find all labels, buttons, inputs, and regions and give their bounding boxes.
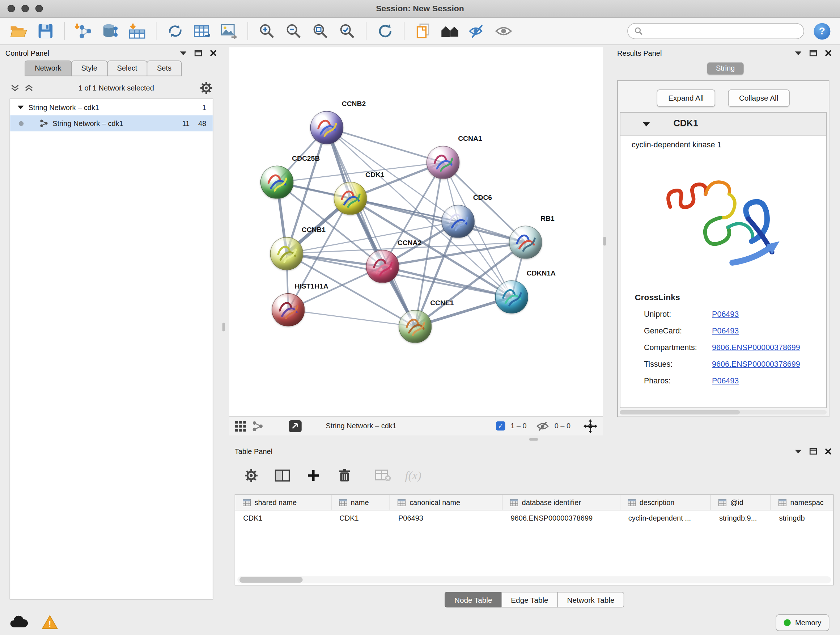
refresh-view-icon[interactable] — [373, 20, 398, 42]
table-horizontal-scrollbar[interactable] — [237, 576, 831, 583]
open-session-icon[interactable] — [6, 20, 31, 42]
fit-content-crosshair-icon[interactable] — [584, 419, 598, 433]
float-panel-icon[interactable] — [195, 50, 202, 57]
network-node-CCNA2[interactable] — [366, 250, 399, 283]
expand-all-button[interactable]: Expand All — [657, 89, 715, 106]
network-node-CDKN1A[interactable] — [495, 280, 528, 314]
collapse-all-button[interactable]: Collapse All — [728, 89, 790, 106]
hidden-eye-slash-icon[interactable] — [536, 421, 549, 431]
show-column-icon[interactable] — [273, 466, 291, 485]
table-options-gear-icon[interactable] — [242, 466, 260, 485]
close-panel-icon[interactable] — [825, 448, 832, 455]
panel-menu-caret-icon[interactable] — [180, 51, 187, 55]
new-table-icon[interactable] — [189, 20, 214, 42]
results-horizontal-scrollbar[interactable] — [620, 410, 827, 415]
column-header-description[interactable]: description — [620, 495, 711, 510]
column-header-database-identifier[interactable]: database identifier — [502, 495, 620, 510]
zoom-window-icon[interactable] — [35, 5, 43, 12]
protein-entry-header[interactable]: CDK1 — [621, 112, 826, 136]
export-image-icon[interactable] — [216, 20, 241, 42]
tab-select[interactable]: Select — [107, 60, 147, 76]
cell-description[interactable]: cyclin-dependent ... — [620, 510, 711, 525]
cell-id[interactable]: stringdb:9... — [711, 510, 771, 525]
zoom-out-icon[interactable] — [281, 20, 306, 42]
cell-namespace[interactable]: stringdb — [771, 510, 833, 525]
new-network-icon[interactable] — [163, 20, 187, 42]
tab-node-table[interactable]: Node Table — [445, 592, 502, 608]
genecard-link[interactable]: P06493 — [712, 326, 739, 335]
minimize-window-icon[interactable] — [21, 5, 29, 12]
zoom-fit-icon[interactable] — [308, 20, 333, 42]
warning-icon[interactable]: ! — [42, 615, 58, 632]
network-row-selected[interactable]: String Network – cdk1 11 48 — [10, 115, 213, 131]
vertical-splitter-grip[interactable] — [603, 237, 606, 246]
tab-sets[interactable]: Sets — [147, 60, 182, 76]
tab-style[interactable]: Style — [71, 60, 107, 76]
compartments-link[interactable]: 9606.ENSP00000378699 — [712, 343, 800, 352]
collapse-all-chevron-icon[interactable] — [11, 84, 19, 92]
cell-name[interactable]: CDK1 — [332, 510, 390, 525]
float-panel-icon[interactable] — [810, 50, 817, 57]
network-collection-row[interactable]: String Network – cdk1 1 — [10, 99, 213, 115]
search-input[interactable] — [646, 27, 797, 35]
horizontal-splitter-grip[interactable] — [529, 438, 538, 440]
open-in-new-window-icon[interactable] — [288, 420, 302, 432]
network-node-HIST1H1A[interactable] — [272, 293, 305, 326]
network-node-CDC25B[interactable] — [261, 166, 294, 199]
close-window-icon[interactable] — [8, 5, 15, 12]
network-node-CCNA1[interactable] — [426, 146, 460, 179]
column-header-canonical-name[interactable]: canonical name — [390, 495, 502, 510]
birds-eye-view-icon[interactable] — [235, 420, 247, 432]
zoom-selected-icon[interactable] — [335, 20, 360, 42]
import-network-from-file-icon[interactable] — [71, 20, 96, 42]
panel-menu-caret-icon[interactable] — [795, 51, 802, 55]
network-canvas[interactable]: CCNB2CCNA1CDC25BCDK1CDC6RB1CCNB1CCNA2CDK… — [229, 47, 603, 416]
cell-shared-name[interactable]: CDK1 — [235, 510, 332, 525]
save-session-icon[interactable] — [33, 20, 58, 42]
tab-string[interactable]: String — [707, 62, 744, 74]
help-icon[interactable]: ? — [813, 23, 830, 40]
column-header-shared-name[interactable]: shared name — [235, 495, 332, 510]
network-node-CCNB2[interactable] — [310, 111, 343, 144]
vertical-splitter-grip[interactable] — [223, 323, 225, 332]
network-node-RB1[interactable] — [509, 226, 542, 259]
memory-button[interactable]: Memory — [776, 614, 829, 631]
close-panel-icon[interactable] — [825, 50, 832, 57]
network-node-CDC6[interactable] — [441, 205, 475, 238]
clone-network-icon[interactable] — [411, 20, 436, 42]
delete-column-trash-icon[interactable] — [335, 466, 354, 485]
cell-canonical-name[interactable]: P06493 — [390, 510, 502, 525]
expand-all-chevron-icon[interactable] — [25, 84, 33, 92]
crosslink-label: Tissues: — [644, 359, 712, 368]
column-header-name[interactable]: name — [332, 495, 390, 510]
tree-expand-caret-icon[interactable] — [18, 105, 24, 109]
network-share-icon[interactable] — [252, 420, 264, 432]
float-panel-icon[interactable] — [810, 448, 817, 455]
import-network-from-database-icon[interactable] — [98, 20, 123, 42]
table-row[interactable]: CDK1 CDK1 P06493 9606.ENSP00000378699 cy… — [235, 510, 833, 525]
show-all-icon[interactable] — [491, 20, 516, 42]
create-column-plus-icon[interactable] — [304, 466, 322, 485]
panel-menu-caret-icon[interactable] — [795, 449, 802, 454]
network-options-gear-icon[interactable] — [199, 81, 213, 95]
cloud-icon[interactable] — [10, 614, 28, 630]
zoom-in-icon[interactable] — [254, 20, 279, 42]
neighbors-icon[interactable] — [438, 20, 462, 42]
tissues-link[interactable]: 9606.ENSP00000378699 — [712, 359, 800, 368]
network-node-CDK1[interactable] — [334, 182, 367, 215]
selected-checkbox-icon[interactable]: ✓ — [496, 421, 505, 431]
cell-database-identifier[interactable]: 9606.ENSP00000378699 — [502, 510, 620, 525]
uniprot-link[interactable]: P06493 — [712, 310, 739, 318]
column-header-id[interactable]: @id — [711, 495, 771, 510]
collapse-entry-caret-icon[interactable] — [643, 121, 650, 126]
tab-network[interactable]: Network — [25, 60, 72, 76]
network-node-CCNB1[interactable] — [270, 237, 303, 271]
tab-edge-table[interactable]: Edge Table — [501, 592, 558, 608]
tab-network-table[interactable]: Network Table — [557, 592, 624, 608]
pharos-link[interactable]: P06493 — [712, 376, 739, 385]
network-node-CCNE1[interactable] — [399, 310, 432, 343]
close-panel-icon[interactable] — [210, 50, 217, 57]
hide-selected-icon[interactable] — [464, 20, 489, 42]
import-table-from-file-icon[interactable] — [125, 20, 149, 42]
column-header-namespace[interactable]: namespac — [771, 495, 833, 510]
